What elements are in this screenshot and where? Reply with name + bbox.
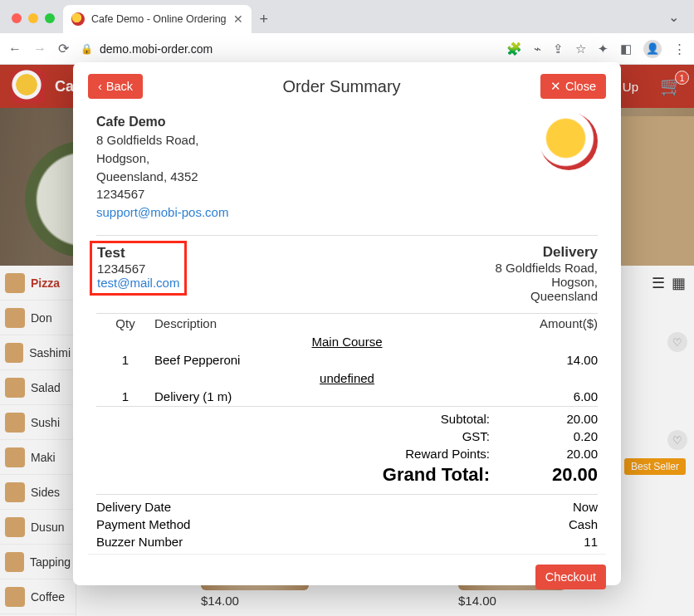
cell-desc: Delivery (1 m): [154, 389, 506, 403]
back-icon[interactable]: ←: [8, 42, 22, 56]
col-desc: Description: [154, 316, 506, 330]
maximize-window-icon[interactable]: [45, 13, 55, 23]
chevron-left-icon: ‹: [98, 80, 102, 93]
store-address-line: Queensland, 4352: [96, 168, 228, 186]
cell-qty: 1: [96, 389, 154, 403]
totals-block: Subtotal:20.00 GST:0.20 Reward Points:20…: [88, 407, 606, 494]
col-amount: Amount($): [506, 316, 598, 330]
store-address-line: 8 Goldfields Road,: [96, 131, 228, 149]
address-bar: ← → ⟳ 🔒 demo.mobi-order.com 🧩 ⌁ ⇪ ☆ ✦ ◧ …: [0, 33, 694, 65]
cell-desc: Beef Pepperoni: [154, 353, 506, 367]
new-tab-button[interactable]: +: [252, 11, 277, 33]
store-phone: 1234567: [96, 185, 228, 203]
extension-icon[interactable]: 🧩: [506, 42, 522, 56]
delivery-date-value: Now: [573, 500, 598, 514]
tabs-menu-icon[interactable]: ⌄: [660, 9, 687, 33]
key-icon[interactable]: ⌁: [534, 42, 541, 56]
customer-email-link[interactable]: test@mail.com: [97, 276, 179, 290]
store-info: Cafe Demo 8 Goldfields Road, Hodgson, Qu…: [96, 112, 228, 222]
minimize-window-icon[interactable]: [28, 13, 38, 23]
delivery-title: Delivery: [496, 244, 598, 261]
url-text: demo.mobi-order.com: [100, 42, 213, 56]
lock-icon: 🔒: [81, 43, 93, 55]
back-button[interactable]: ‹Back: [88, 74, 143, 99]
tab-favicon: [71, 12, 85, 26]
window-controls: [7, 13, 63, 33]
table-header: Qty Description Amount($): [96, 314, 598, 333]
grand-total-value: 20.00: [515, 464, 598, 486]
delivery-address-line: Hogson,: [496, 275, 598, 289]
subtotal-label: Subtotal:: [340, 412, 490, 426]
gst-label: GST:: [340, 429, 490, 443]
payment-method-label: Payment Method: [96, 517, 190, 531]
delivery-address-line: 8 Goldfields Road,: [496, 261, 598, 275]
store-email-link[interactable]: support@mobi-pos.com: [96, 203, 228, 222]
reward-value: 20.00: [515, 447, 598, 461]
buzzer-number-value: 11: [584, 535, 598, 549]
customer-info: Test 1234567 test@mail.com: [96, 244, 180, 303]
forward-icon: →: [33, 42, 46, 56]
subtotal-value: 20.00: [515, 412, 598, 426]
reload-icon[interactable]: ⟳: [58, 41, 69, 56]
table-row: 1 Delivery (1 m) 6.00: [96, 387, 598, 406]
cell-qty: 1: [96, 353, 154, 367]
puzzle-icon[interactable]: ✦: [598, 42, 608, 56]
checkout-label: Checkout: [545, 570, 596, 584]
panel-icon[interactable]: ◧: [620, 42, 632, 56]
delivery-address-line: Queensland: [496, 289, 598, 303]
delivery-date-label: Delivery Date: [96, 500, 171, 514]
delivery-info: Delivery 8 Goldfields Road, Hogson, Quee…: [496, 244, 598, 303]
browser-tab-bar: Cafe Demo - Online Ordering ✕ + ⌄: [0, 0, 694, 33]
table-row: 1 Beef Pepperoni 14.00: [96, 350, 598, 369]
customer-phone: 1234567: [97, 262, 179, 276]
close-window-icon[interactable]: [12, 13, 22, 23]
buzzer-number-label: Buzzer Number: [96, 535, 183, 549]
order-meta: Delivery DateNow Payment MethodCash Buzz…: [88, 495, 606, 554]
customer-name: Test: [97, 245, 179, 262]
section-heading: undefined: [96, 369, 598, 387]
order-summary-modal: ‹Back Order Summary ✕Close Cafe Demo 8 G…: [73, 62, 621, 585]
browser-tab[interactable]: Cafe Demo - Online Ordering ✕: [63, 5, 252, 33]
close-label: Close: [565, 80, 596, 93]
section-heading: Main Course: [96, 333, 598, 350]
share-icon[interactable]: ⇪: [553, 42, 564, 56]
modal-title: Order Summary: [143, 77, 540, 96]
close-icon: ✕: [550, 80, 561, 93]
close-button[interactable]: ✕Close: [540, 74, 606, 99]
checkout-button[interactable]: Checkout: [535, 565, 606, 589]
star-icon[interactable]: ☆: [575, 42, 586, 56]
gst-value: 0.20: [515, 429, 598, 443]
profile-avatar[interactable]: 👤: [643, 40, 662, 58]
store-logo: [540, 112, 598, 170]
tab-title: Cafe Demo - Online Ordering: [91, 13, 227, 25]
kebab-menu-icon[interactable]: ⋮: [673, 42, 686, 56]
url-field[interactable]: 🔒 demo.mobi-order.com: [81, 42, 495, 56]
reward-label: Reward Points:: [340, 447, 490, 461]
col-qty: Qty: [96, 316, 154, 330]
back-label: Back: [106, 80, 133, 93]
close-tab-icon[interactable]: ✕: [233, 12, 243, 26]
store-address-line: Hodgson,: [96, 149, 228, 168]
grand-total-label: Grand Total:: [340, 464, 490, 486]
payment-method-value: Cash: [569, 517, 598, 531]
cell-amount: 14.00: [506, 353, 598, 367]
order-items-table: Qty Description Amount($) Main Course 1 …: [88, 314, 606, 406]
store-name: Cafe Demo: [96, 112, 228, 131]
cell-amount: 6.00: [506, 389, 598, 403]
customer-highlight-box: Test 1234567 test@mail.com: [90, 241, 187, 296]
